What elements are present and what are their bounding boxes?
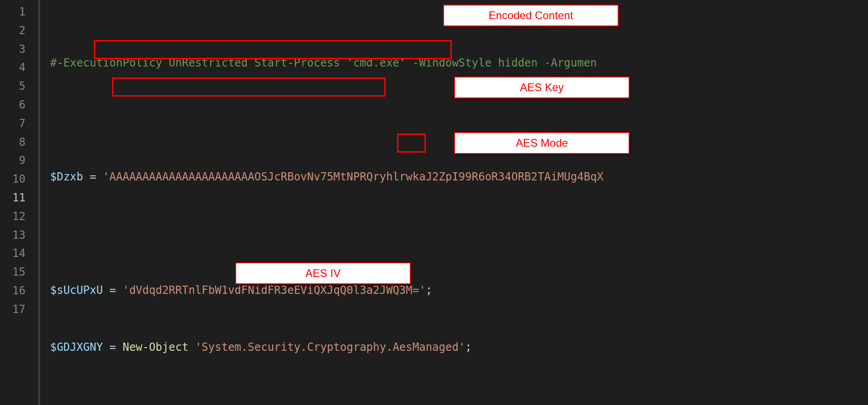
variable: $Dzxb: [50, 170, 83, 183]
operator: =: [103, 284, 123, 297]
comment-text: #-ExecutionPolicy UnRestricted Start-Pro…: [50, 56, 597, 69]
line-number: 6: [0, 96, 38, 114]
cmdlet: New-Object: [123, 341, 189, 354]
highlight-aes-key: [112, 77, 386, 97]
line-number: 12: [0, 207, 38, 226]
string-quote: ': [459, 341, 465, 354]
callout-aes-mode: AES Mode: [454, 132, 630, 154]
line-number: 9: [0, 151, 38, 170]
string-quote: ': [195, 341, 202, 354]
line-number: 14: [0, 244, 38, 263]
line-number: 17: [0, 300, 38, 319]
variable: $sUcUPxU: [50, 284, 103, 297]
code-line[interactable]: #-ExecutionPolicy UnRestricted Start-Pro…: [50, 54, 868, 72]
code-editor: 1 2 3 4 5 6 7 8 9 10 11 12 13 14 15 16 1…: [0, 0, 868, 405]
semicolon: ;: [465, 341, 471, 354]
code-line-blank[interactable]: [50, 395, 868, 405]
line-number: 5: [0, 77, 38, 96]
line-number: 2: [0, 21, 38, 40]
callout-aes-key: AES Key: [454, 77, 630, 98]
semicolon: ;: [426, 284, 432, 297]
code-line[interactable]: $sUcUPxU = 'dVdqd2RRTnlFbW1vdFNidFR3eEVi…: [50, 281, 868, 300]
line-number: 15: [0, 263, 38, 282]
operator: =: [103, 341, 123, 354]
code-line[interactable]: $Dzxb = 'AAAAAAAAAAAAAAAAAAAAAAOSJcRBovN…: [50, 168, 868, 186]
highlight-aes-mode: [397, 133, 426, 153]
string-literal: AAAAAAAAAAAAAAAAAAAAAAOSJcRBovNv75MtNPRQ…: [109, 170, 604, 183]
code-line[interactable]: $GDJXGNY = New-Object 'System.Security.C…: [50, 338, 868, 357]
line-number: 7: [0, 114, 38, 133]
line-number-active: 11: [0, 189, 38, 207]
string-quote: ': [419, 284, 425, 297]
line-number: 1: [0, 3, 38, 21]
code-line-blank[interactable]: [50, 111, 868, 129]
line-number: 10: [0, 170, 38, 189]
operator: =: [83, 170, 103, 183]
code-line-blank[interactable]: [50, 224, 868, 243]
space: [188, 341, 195, 354]
code-area[interactable]: #-ExecutionPolicy UnRestricted Start-Pro…: [40, 0, 868, 405]
line-number: 13: [0, 226, 38, 245]
string-quote: ': [103, 170, 109, 183]
string-literal: System.Security.Cryptography.AesManaged: [202, 341, 459, 354]
line-number: 3: [0, 40, 38, 59]
callout-aes-iv: AES IV: [235, 262, 411, 284]
line-number: 4: [0, 58, 38, 77]
variable: $GDJXGNY: [50, 341, 103, 354]
string-quote: ': [123, 284, 129, 297]
line-number: 8: [0, 133, 38, 152]
string-literal: dVdqd2RRTnlFbW1vdFNidFR3eEViQXJqQ0l3a2JW…: [129, 284, 419, 297]
line-number: 16: [0, 282, 38, 300]
callout-encoded-content: Encoded Content: [443, 5, 619, 26]
line-number-gutter: 1 2 3 4 5 6 7 8 9 10 11 12 13 14 15 16 1…: [0, 0, 40, 405]
